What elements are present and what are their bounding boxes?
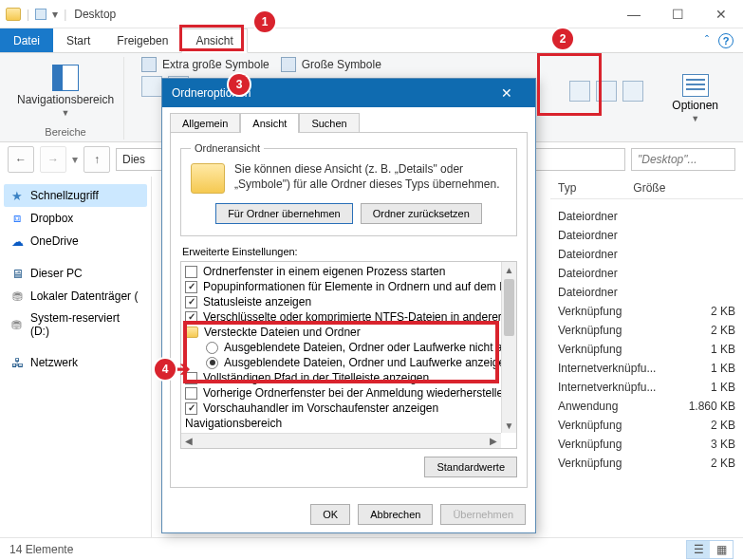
checkbox-icon[interactable] [185, 311, 197, 324]
minimize-button[interactable]: — [612, 0, 656, 28]
scroll-right-icon[interactable]: ▶ [486, 434, 501, 448]
apply-button[interactable]: Übernehmen [440, 504, 526, 525]
table-row[interactable]: Verknüpfung3 KB [558, 435, 735, 454]
cell-type: Dateiordner [558, 210, 672, 223]
checkbox-icon[interactable] [185, 387, 197, 400]
scroll-down-icon[interactable]: ▼ [502, 418, 516, 433]
table-row[interactable]: Internetverknüpfu...1 KB [558, 359, 735, 378]
defaults-button[interactable]: Standardwerte [424, 457, 517, 477]
col-size[interactable]: Größe [633, 181, 665, 195]
dropbox-icon: ⧈ [9, 211, 25, 226]
dlg-tab-general[interactable]: Allgemein [170, 113, 240, 133]
sort-icon[interactable] [569, 81, 590, 102]
radio-icon[interactable] [206, 342, 218, 354]
close-button[interactable]: ✕ [699, 0, 743, 28]
dialog-close-button[interactable]: ✕ [488, 85, 526, 101]
advanced-label: Erweiterte Einstellungen: [182, 246, 517, 257]
table-row[interactable]: Dateiordner [558, 226, 735, 245]
dlg-tab-search[interactable]: Suchen [299, 113, 359, 133]
dlg-tab-view[interactable]: Ansicht [240, 113, 299, 133]
cell-size [678, 248, 735, 261]
adv-radio-hide[interactable]: Ausgeblendete Dateien, Ordner oder Laufw… [185, 340, 497, 355]
history-dropdown[interactable]: ▾ [72, 153, 78, 166]
layout-extra-large[interactable]: Extra große Symbole Große Symbole [141, 57, 381, 72]
col-type[interactable]: Typ [558, 181, 576, 195]
qat-dropdown-icon[interactable]: ▾ [52, 8, 58, 21]
tab-view[interactable]: Ansicht [181, 28, 247, 53]
sidebar-item-onedrive[interactable]: ☁ OneDrive [4, 230, 147, 252]
sidebar-item-quickaccess[interactable]: ★ Schnellzugriff [4, 184, 147, 207]
adv-own-process[interactable]: Ordnerfenster in einem eigenen Prozess s… [185, 264, 497, 279]
cancel-button[interactable]: Abbrechen [358, 504, 433, 525]
group-panes-label: Bereiche [45, 124, 85, 140]
adv-statusbar[interactable]: Statusleiste anzeigen [185, 294, 497, 309]
table-row[interactable]: Internetverknüpfu...1 KB [558, 378, 735, 397]
checkbox-icon[interactable] [185, 266, 197, 278]
sidebar-item-systemreserved[interactable]: ⛃ System-reserviert (D:) [4, 308, 147, 342]
sidebar-item-dropbox[interactable]: ⧈ Dropbox [4, 207, 147, 230]
adv-restore-prev[interactable]: Vorherige Ordnerfenster bei der Anmeldun… [185, 385, 497, 401]
checkbox-icon[interactable] [185, 296, 197, 308]
disk-icon: ⛃ [9, 289, 25, 304]
sidebar-item-localdisk[interactable]: ⛃ Lokaler Datenträger ( [4, 285, 147, 308]
sidebar-item-label: OneDrive [30, 234, 79, 248]
navigation-pane-button[interactable]: Navigationsbereich ▼ [17, 65, 114, 118]
adv-ntfs[interactable]: Verschlüsselte oder komprimierte NTFS-Da… [185, 309, 497, 325]
folder-icon [6, 8, 21, 21]
table-row[interactable]: Anwendung1.860 KB [558, 397, 735, 416]
adv-preview-handler[interactable]: Vorschauhandler im Vorschaufenster anzei… [185, 401, 497, 416]
up-button[interactable]: ↑ [84, 146, 110, 173]
sidebar-item-thispc[interactable]: 🖥 Dieser PC [4, 262, 147, 285]
ok-button[interactable]: OK [310, 504, 350, 525]
tab-file[interactable]: Datei [0, 28, 53, 52]
scrollbar-vertical[interactable]: ▲ ▼ [501, 262, 516, 433]
cell-type: Anwendung [558, 400, 672, 413]
checkbox-icon[interactable] [185, 372, 197, 384]
icons-view-icon[interactable]: ▦ [710, 541, 733, 558]
table-row[interactable]: Verknüpfung2 KB [558, 302, 735, 321]
table-row[interactable]: Dateiordner [558, 245, 735, 264]
back-button[interactable]: ← [8, 146, 34, 173]
tab-share[interactable]: Freigeben [103, 28, 181, 52]
table-row[interactable]: Verknüpfung1 KB [558, 340, 735, 359]
help-icon[interactable]: ? [718, 33, 734, 48]
disk-icon: ⛃ [9, 317, 25, 332]
scroll-left-icon[interactable]: ◀ [181, 434, 196, 448]
table-row[interactable]: Dateiordner [558, 283, 735, 302]
sidebar-item-network[interactable]: 🖧 Netzwerk [4, 351, 147, 374]
table-row[interactable]: Verknüpfung2 KB [558, 416, 735, 435]
tab-start[interactable]: Start [53, 28, 103, 52]
checkbox-icon[interactable] [185, 402, 197, 415]
star-icon: ★ [9, 188, 25, 203]
forward-button[interactable]: → [40, 146, 66, 173]
small-layout-icon [141, 76, 162, 97]
details-view-icon[interactable]: ☰ [687, 541, 710, 558]
cell-type: Dateiordner [558, 267, 672, 280]
search-input[interactable]: "Desktop"... [631, 148, 735, 171]
view-toggle[interactable]: ☰ ▦ [686, 540, 734, 559]
checkbox-icon[interactable] [185, 281, 197, 293]
columns-icon[interactable] [596, 81, 617, 102]
options-button[interactable]: Optionen ▼ [664, 70, 726, 127]
table-row[interactable]: Dateiordner [558, 207, 735, 226]
scroll-up-icon[interactable]: ▲ [502, 262, 516, 277]
table-row[interactable]: Verknüpfung2 KB [558, 454, 735, 473]
apply-to-folders-button[interactable]: Für Ordner übernehmen [215, 203, 353, 224]
list-header: Typ Größe [550, 177, 743, 199]
table-row[interactable]: Verknüpfung2 KB [558, 321, 735, 340]
adv-popup-info[interactable]: Popupinformationen für Elemente in Ordne… [185, 279, 497, 294]
table-row[interactable]: Dateiordner [558, 264, 735, 283]
maximize-button[interactable]: ☐ [656, 0, 699, 28]
adv-path-titlebar[interactable]: Vollständigen Pfad in der Titelleiste an… [185, 370, 497, 385]
pc-icon: 🖥 [9, 266, 25, 281]
options-icon [682, 74, 709, 97]
chevron-down-icon: ▼ [691, 114, 699, 123]
radio-icon[interactable] [206, 357, 218, 369]
group-icon[interactable] [622, 81, 643, 102]
adv-radio-show[interactable]: Ausgeblendete Dateien, Ordner und Laufwe… [185, 355, 497, 370]
scrollbar-horizontal[interactable]: ◀ ▶ [181, 433, 501, 448]
reset-folders-button[interactable]: Ordner zurücksetzen [361, 203, 482, 224]
scroll-thumb[interactable] [504, 279, 514, 336]
ribbon-collapse-icon[interactable]: ˆ [705, 34, 709, 47]
qat-props-icon[interactable] [35, 9, 46, 20]
